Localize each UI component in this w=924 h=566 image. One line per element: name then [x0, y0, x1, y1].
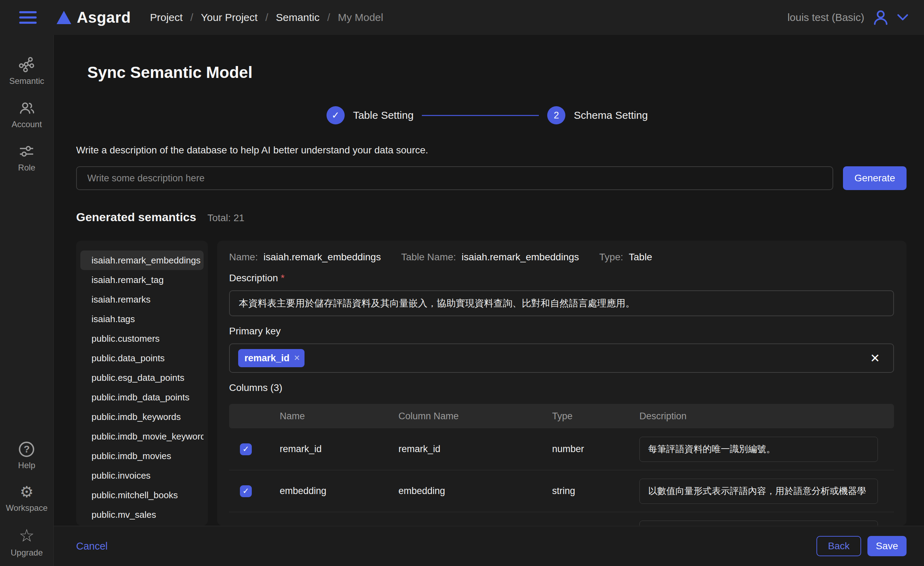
stepper: ✓ Table Setting 2 Schema Setting	[76, 106, 906, 125]
table-list-item[interactable]: public.data_points	[80, 348, 204, 368]
logo-text: Asgard	[77, 9, 131, 26]
table-list-item[interactable]: isaiah.remark_embeddings	[80, 251, 204, 270]
database-description-prompt: Write a description of the database to h…	[76, 145, 906, 156]
header-column-name: Column Name	[393, 411, 547, 422]
app-logo[interactable]: Asgard	[56, 9, 131, 26]
table-list-item[interactable]: public.invoices	[80, 466, 204, 485]
table-list-item[interactable]: isaiah.tags	[80, 309, 204, 329]
sidebar-item-workspace[interactable]: ⚙ Workspace	[6, 484, 48, 513]
sidebar-item-account[interactable]: Account	[12, 100, 42, 129]
sidebar-label-role: Role	[18, 163, 35, 173]
column-checkbox[interactable]: ✓	[240, 485, 252, 497]
table-item-label: public.imdb_data_points	[92, 392, 189, 402]
table-item-label: public.imdb_movies	[92, 451, 171, 461]
chip-remove-icon[interactable]: ✕	[294, 354, 300, 363]
name-label: Name:	[229, 252, 258, 263]
sidebar-label-semantic: Semantic	[9, 76, 44, 86]
sidebar-label-help: Help	[18, 461, 35, 470]
total-count: Total: 21	[207, 212, 244, 224]
table-list-item[interactable]: public.imdb_keywords	[80, 407, 204, 426]
table-item-label: public.invoices	[92, 470, 150, 481]
breadcrumb-your-project[interactable]: Your Project	[201, 12, 257, 23]
step2-circle: 2	[547, 106, 566, 125]
graph-icon	[18, 57, 34, 73]
primary-key-chip: remark_id ✕	[238, 349, 304, 367]
columns-table: Name Column Name Type Description ✓ rema…	[229, 404, 894, 525]
cancel-button[interactable]: Cancel	[76, 540, 108, 552]
column-checkbox[interactable]: ✓	[240, 443, 252, 455]
primary-key-label: Primary key	[229, 326, 894, 337]
table-item-label: public.esg_data_points	[92, 372, 184, 383]
column-row: ✓ embedding embedding string 以數值向量形式表示評語…	[229, 470, 894, 512]
type-label: Type:	[599, 252, 623, 263]
table-list-item[interactable]: public.customers	[80, 329, 204, 348]
column-colname-cell: remark_id	[393, 444, 547, 455]
column-type-cell: number	[547, 444, 634, 455]
breadcrumb-project[interactable]: Project	[150, 12, 183, 23]
sidebar-item-upgrade[interactable]: ☆ Upgrade	[10, 527, 43, 558]
table-item-label: public.mv_sales	[92, 509, 156, 520]
column-desc-input[interactable]: 評語資料建立或儲存於資料庫的時間。	[639, 521, 878, 526]
column-desc-input[interactable]: 每筆評語資料的唯一識別編號。	[639, 437, 878, 462]
gear-icon: ⚙	[20, 484, 33, 500]
table-list-item[interactable]: public.imdb_data_points	[80, 387, 204, 407]
columns-rows: ✓ remark_id remark_id number 每筆評語資料的唯一識別…	[229, 428, 894, 525]
description-field-label: Description*	[229, 273, 894, 284]
table-list-item[interactable]: public.esg_data_points	[80, 368, 204, 387]
back-button[interactable]: Back	[816, 536, 861, 556]
table-item-label: isaiah.remark_embeddings	[92, 255, 201, 266]
stepper-connector	[422, 115, 539, 116]
table-list-item[interactable]: public.mitchell_books	[80, 485, 204, 505]
sidebar-item-help[interactable]: ? Help	[18, 441, 35, 470]
table-item-label: isaiah.tags	[92, 314, 135, 324]
breadcrumb-semantic[interactable]: Semantic	[276, 12, 320, 23]
user-name: louis test (Basic)	[788, 12, 864, 23]
table-list-item[interactable]: public.mv_sales	[80, 505, 204, 524]
generated-semantics-heading: Generated semantics	[76, 210, 196, 224]
hamburger-icon[interactable]	[19, 11, 37, 24]
save-button[interactable]: Save	[867, 536, 906, 556]
database-description-input[interactable]	[76, 166, 833, 190]
header-type: Type	[547, 411, 634, 422]
column-desc-input[interactable]: 以數值向量形式表示評語內容，用於語意分析或機器學	[639, 479, 878, 504]
primary-key-select[interactable]: remark_id ✕ ✕	[229, 344, 894, 373]
sidebar-label-upgrade: Upgrade	[10, 548, 43, 558]
table-detail-panel: Name: isaiah.remark_embeddings Table Nam…	[217, 241, 906, 525]
column-name-cell: embedding	[274, 486, 393, 497]
table-list-item[interactable]: isaiah.remark_tag	[80, 270, 204, 290]
table-item-label: public.customers	[92, 333, 160, 344]
page-title: Sync Semantic Model	[87, 63, 906, 82]
name-value: isaiah.remark_embeddings	[263, 252, 381, 263]
tables-list: isaiah.remark_embeddingsisaiah.remark_ta…	[76, 241, 208, 525]
sidebar-label-account: Account	[12, 120, 42, 129]
table-list-item[interactable]: isaiah.remarks	[80, 290, 204, 309]
clear-primary-key-icon[interactable]: ✕	[870, 351, 880, 365]
step1-check-icon: ✓	[327, 106, 345, 125]
step2-label: Schema Setting	[574, 110, 648, 121]
columns-table-header: Name Column Name Type Description	[229, 404, 894, 428]
breadcrumb-my-model: My Model	[338, 12, 383, 23]
main-content: Sync Semantic Model ✓ Table Setting 2 Sc…	[54, 35, 924, 566]
column-row: ✓ created_at created_at time 評語資料建立或儲存於資…	[229, 512, 894, 525]
sidebar-item-semantic[interactable]: Semantic	[9, 57, 44, 86]
user-icon[interactable]	[873, 9, 889, 26]
table-description-input[interactable]: 本資料表主要用於儲存評語資料及其向量嵌入，協助實現資料查詢、比對和自然語言處理應…	[229, 290, 894, 316]
sidebar-item-role[interactable]: Role	[18, 143, 35, 173]
column-row: ✓ remark_id remark_id number 每筆評語資料的唯一識別…	[229, 428, 894, 470]
header-name: Name	[274, 411, 393, 422]
chevron-down-icon[interactable]	[897, 14, 908, 21]
columns-label: Columns (3)	[229, 382, 894, 393]
required-asterisk: *	[281, 273, 285, 283]
table-item-label: isaiah.remarks	[92, 294, 150, 305]
sidebar: Semantic Account Role ? Help ⚙ W	[0, 35, 54, 566]
table-item-label: public.imdb_keywords	[92, 411, 181, 422]
column-type-cell: string	[547, 486, 634, 497]
table-item-label: public.data_points	[92, 353, 165, 363]
table-list-item[interactable]: public.imdb_movies	[80, 446, 204, 466]
table-list-item[interactable]: public.imdb_movie_keywords	[80, 426, 204, 446]
sidebar-label-workspace: Workspace	[6, 503, 48, 513]
breadcrumb: Project / Your Project / Semantic / My M…	[150, 12, 383, 23]
generate-button[interactable]: Generate	[843, 166, 906, 190]
footer-bar: Cancel Back Save	[54, 526, 924, 566]
header-description: Description	[634, 411, 894, 422]
